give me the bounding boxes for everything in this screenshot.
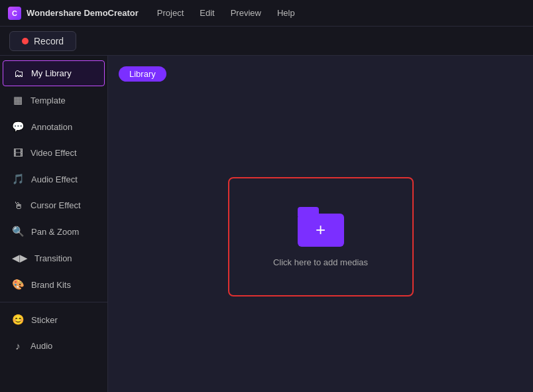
nav-help[interactable]: Help (277, 8, 295, 18)
sidebar-label-sticker: Sticker (31, 315, 58, 325)
library-tab[interactable]: Library (119, 66, 166, 82)
record-button[interactable]: Record (9, 31, 76, 51)
template-icon: ▦ (12, 94, 24, 106)
add-media-box[interactable]: + Click here to add medias (228, 177, 414, 296)
nav-preview[interactable]: Preview (231, 8, 261, 18)
main-layout: 🗂 My Library ▦ Template 💬 Annotation 🎞 V… (0, 56, 533, 392)
sidebar-label-cursor-effect: Cursor Effect (30, 200, 81, 210)
sidebar-label-transition: Transition (34, 253, 72, 263)
sidebar: 🗂 My Library ▦ Template 💬 Annotation 🎞 V… (0, 56, 108, 392)
app-logo: C Wondershare DemoCreator (8, 7, 139, 20)
folder-plus-icon: + (298, 214, 344, 247)
annotation-icon: 💬 (12, 121, 25, 133)
audio-effect-icon: 🎵 (12, 173, 25, 185)
sidebar-item-transition[interactable]: ◀▶ Transition (3, 245, 105, 271)
content-header: Library (119, 66, 522, 82)
add-media-label: Click here to add medias (273, 257, 368, 267)
sidebar-label-audio: Audio (30, 341, 52, 351)
sidebar-label-brand-kits: Brand Kits (31, 280, 71, 290)
nav-edit[interactable]: Edit (200, 8, 214, 18)
sticker-icon: 😊 (12, 314, 25, 326)
sidebar-item-template[interactable]: ▦ Template (3, 88, 105, 113)
folder-icon: + (298, 207, 344, 247)
record-label: Record (34, 36, 64, 46)
sidebar-item-pan-zoom[interactable]: 🔍 Pan & Zoom (3, 219, 105, 244)
sidebar-divider (0, 302, 107, 302)
sidebar-item-my-library[interactable]: 🗂 My Library (3, 60, 105, 86)
folder-body: + (298, 214, 344, 247)
sidebar-item-video-effect[interactable]: 🎞 Video Effect (3, 141, 105, 165)
cursor-effect-icon: 🖱 (12, 200, 24, 211)
sidebar-label-template: Template (30, 96, 66, 105)
app-title: Wondershare DemoCreator (27, 8, 139, 18)
sidebar-label-video-effect: Video Effect (30, 148, 77, 158)
audio-icon: ♪ (12, 340, 24, 352)
sidebar-label-annotation: Annotation (31, 122, 72, 132)
record-dot-icon (22, 38, 29, 44)
sidebar-item-sticker[interactable]: 😊 Sticker (3, 307, 105, 332)
sidebar-label-my-library: My Library (31, 68, 72, 78)
sidebar-label-pan-zoom: Pan & Zoom (31, 227, 79, 237)
add-media-area: + Click here to add medias (119, 92, 522, 381)
sidebar-item-audio[interactable]: ♪ Audio (3, 334, 105, 358)
nav-project[interactable]: Project (157, 8, 184, 18)
titlebar: C Wondershare DemoCreator Project Edit P… (0, 0, 533, 27)
transition-icon: ◀▶ (12, 252, 28, 264)
titlebar-nav: Project Edit Preview Help (157, 8, 295, 18)
my-library-icon: 🗂 (13, 68, 25, 79)
content-area: Library + Click here to add medias (108, 56, 533, 392)
brand-kits-icon: 🎨 (12, 279, 25, 291)
sidebar-item-brand-kits[interactable]: 🎨 Brand Kits (3, 272, 105, 297)
sidebar-label-audio-effect: Audio Effect (31, 174, 78, 184)
pan-zoom-icon: 🔍 (12, 226, 25, 237)
sidebar-item-cursor-effect[interactable]: 🖱 Cursor Effect (3, 193, 105, 218)
sidebar-item-annotation[interactable]: 💬 Annotation (3, 114, 105, 139)
video-effect-icon: 🎞 (12, 147, 24, 159)
toolbar: Record (0, 27, 533, 56)
sidebar-item-audio-effect[interactable]: 🎵 Audio Effect (3, 166, 105, 192)
logo-icon: C (8, 7, 21, 20)
